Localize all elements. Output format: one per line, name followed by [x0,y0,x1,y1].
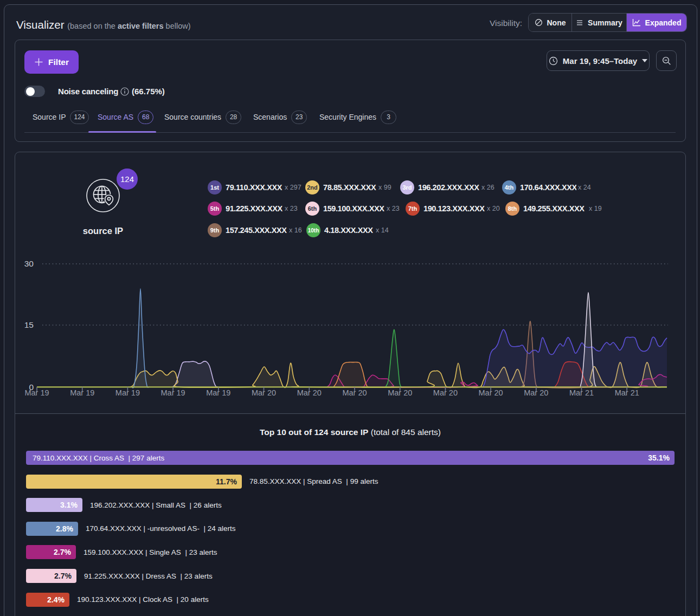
svg-text:15: 15 [24,320,34,329]
svg-text:Mar 20: Mar 20 [252,388,276,397]
svg-text:Mar 19: Mar 19 [206,388,230,397]
svg-text:Mar 21: Mar 21 [615,388,639,397]
svg-text:0: 0 [29,382,34,392]
svg-text:Mar 21: Mar 21 [569,388,594,397]
svg-text:Mar 20: Mar 20 [479,388,503,397]
svg-text:Mar 20: Mar 20 [297,388,322,397]
svg-text:Mar 19: Mar 19 [161,388,185,397]
svg-text:30: 30 [24,259,34,268]
svg-text:Mar 19: Mar 19 [24,388,49,397]
svg-text:Mar 20: Mar 20 [388,388,412,397]
svg-text:Mar 20: Mar 20 [342,388,367,397]
svg-text:Mar 19: Mar 19 [70,388,94,397]
svg-text:Mar 20: Mar 20 [524,388,548,397]
svg-text:Mar 20: Mar 20 [433,388,458,397]
svg-text:Mar 19: Mar 19 [115,388,140,397]
